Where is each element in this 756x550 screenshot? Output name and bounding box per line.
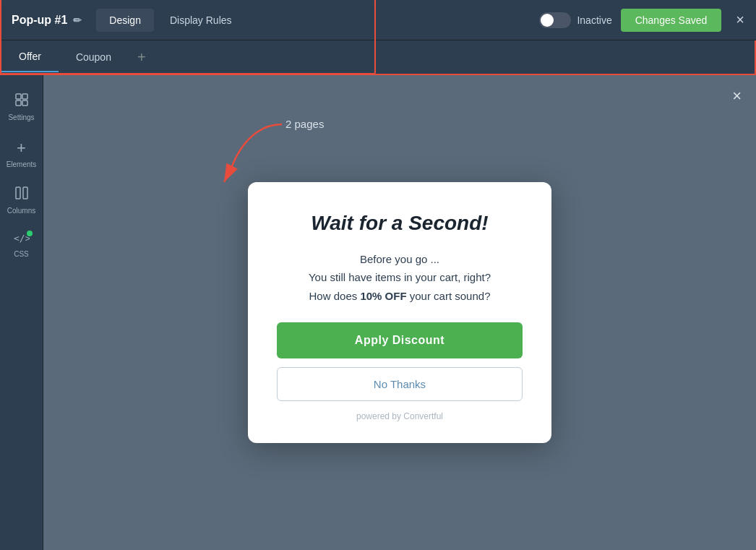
tab-bar-wrapper: Offer Coupon + xyxy=(0,40,756,75)
canvas: × 2 pages of the form Wait for a Second!… xyxy=(43,75,756,550)
nav-tabs: Design Display Rules xyxy=(96,9,244,32)
svg-rect-2 xyxy=(16,100,21,106)
sidebar: Settings + Elements Columns </> CSS xyxy=(0,75,43,550)
sidebar-item-columns[interactable]: Columns xyxy=(0,180,43,220)
header: Pop-up #1 ✏ Design Display Rules Inactiv… xyxy=(0,0,756,40)
tab-add-icon[interactable]: + xyxy=(129,49,155,66)
modal-body-line3-prefix: How does xyxy=(309,290,361,302)
toggle-label: Inactive xyxy=(577,14,611,26)
sidebar-item-elements[interactable]: + Elements xyxy=(0,133,43,174)
modal-body-line3: How does 10% OFF your cart sound? xyxy=(277,287,523,306)
modal-title: Wait for a Second! xyxy=(277,211,523,236)
elements-icon: + xyxy=(17,139,26,158)
changes-saved-button[interactable]: Changes Saved xyxy=(621,9,722,32)
close-header-button[interactable]: × xyxy=(736,12,744,28)
sidebar-item-css[interactable]: </> CSS xyxy=(0,226,43,264)
popup-title: Pop-up #1 ✏ xyxy=(12,14,82,27)
toggle-knob xyxy=(541,14,554,27)
tab-coupon[interactable]: Coupon xyxy=(59,43,129,72)
title-text: Pop-up #1 xyxy=(12,14,67,27)
modal-body: Before you go ... You still have items i… xyxy=(277,250,523,306)
canvas-close-button[interactable]: × xyxy=(732,87,742,106)
sidebar-item-settings[interactable]: Settings xyxy=(0,87,43,127)
modal-body-line3-bold: 10% OFF xyxy=(360,290,406,302)
toggle-container: Inactive xyxy=(539,12,611,28)
css-dot xyxy=(27,231,33,236)
no-thanks-button[interactable]: No Thanks xyxy=(277,367,523,401)
inactive-toggle[interactable] xyxy=(539,12,571,28)
columns-label: Columns xyxy=(7,207,35,215)
powered-by-text: powered by Convertful xyxy=(277,411,523,421)
css-icon: </> xyxy=(14,232,30,247)
svg-rect-0 xyxy=(16,94,21,99)
modal-card: Wait for a Second! Before you go ... You… xyxy=(248,182,551,443)
svg-rect-3 xyxy=(22,100,27,106)
svg-text:2 pages of the form: 2 pages of the form xyxy=(285,118,325,130)
elements-label: Elements xyxy=(7,160,37,168)
modal-body-line1: Before you go ... xyxy=(277,250,523,269)
edit-icon[interactable]: ✏ xyxy=(73,14,82,26)
apply-discount-button[interactable]: Apply Discount xyxy=(277,322,523,358)
css-label: CSS xyxy=(14,250,29,258)
svg-rect-1 xyxy=(22,94,27,99)
columns-icon xyxy=(14,186,29,204)
svg-rect-4 xyxy=(16,187,20,199)
tab-bar: Offer Coupon + xyxy=(0,40,756,75)
svg-rect-5 xyxy=(23,187,27,199)
modal-body-line2: You still have items in your cart, right… xyxy=(277,268,523,287)
tab-offer[interactable]: Offer xyxy=(1,42,59,72)
tab-design[interactable]: Design xyxy=(96,9,154,32)
settings-label: Settings xyxy=(8,113,34,121)
tab-display-rules[interactable]: Display Rules xyxy=(157,9,245,32)
main-area: Settings + Elements Columns </> CSS xyxy=(0,75,756,550)
settings-icon xyxy=(14,93,29,111)
modal-body-line3-suffix: your cart sound? xyxy=(407,290,491,302)
